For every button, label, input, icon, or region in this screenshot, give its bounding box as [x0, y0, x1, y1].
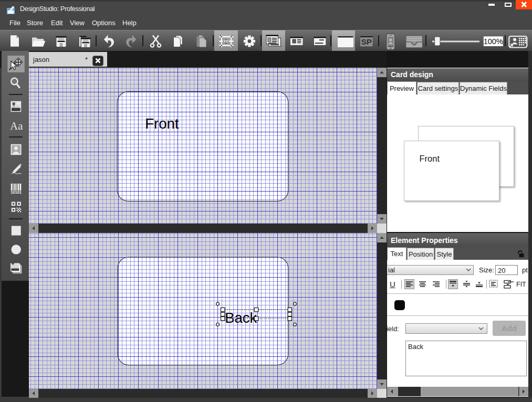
svg-text:Aa: Aa: [10, 120, 23, 132]
svg-text:100%: 100%: [484, 37, 503, 46]
svg-text:Back: Back: [225, 310, 257, 326]
svg-text:Front: Front: [145, 115, 179, 132]
svg-text:SP: SP: [361, 37, 372, 46]
svg-text:10101: 10101: [11, 190, 22, 195]
